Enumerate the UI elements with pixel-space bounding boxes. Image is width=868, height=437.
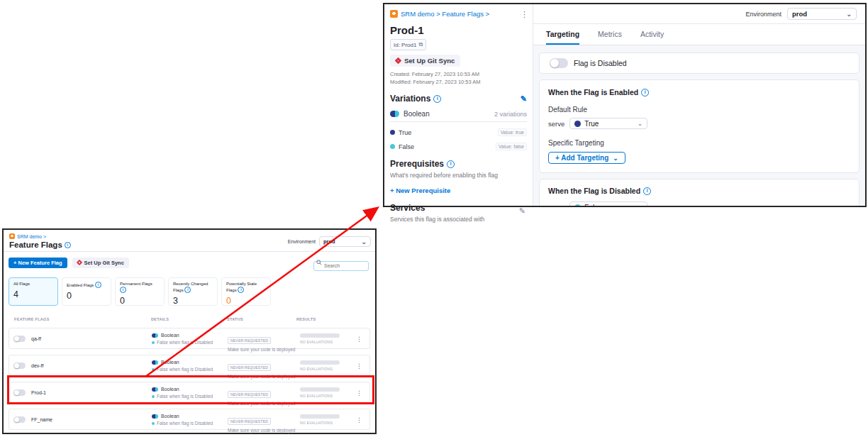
serve-label: serve [548, 120, 564, 128]
flag-detail-text: False when flag is Disabled [157, 394, 213, 399]
info-icon[interactable]: i [184, 287, 191, 293]
results-cell: NO EVALUATIONS [300, 387, 340, 398]
flag-toggle[interactable] [13, 363, 26, 369]
column-header-status: STATUS [227, 317, 243, 321]
breadcrumb[interactable]: SRM demo > Feature Flags > [401, 10, 489, 18]
boolean-type-icon [390, 111, 399, 117]
modified-timestamp: Modified: February 27, 2023 10:53 AM [390, 79, 527, 85]
variation-name: False [399, 143, 414, 150]
boolean-type-icon [152, 360, 158, 365]
info-icon[interactable]: i [641, 89, 649, 96]
variation-value: Value: true [498, 128, 527, 136]
results-cell: NO EVALUATIONS [300, 414, 340, 425]
flag-type: Boolean [161, 387, 179, 392]
table-row-ff-name[interactable]: FF_name Boolean False when flag is Disab… [9, 409, 370, 430]
chevron-down-icon: ⌄ [613, 155, 618, 161]
kebab-menu-icon[interactable]: ⋮ [356, 416, 362, 424]
flag-detail-text: False when flag is Disabled [157, 340, 213, 345]
info-icon[interactable]: i [643, 187, 651, 195]
info-icon[interactable]: i [120, 287, 126, 293]
status-cell: NEVER-REQUESTED Make sure your code is d… [228, 332, 295, 352]
status-text: Make sure your code is deployed [228, 428, 295, 433]
status-cell: NEVER-REQUESTED Make sure your code is d… [228, 413, 295, 433]
details-cell: Boolean False when flag is Disabled [152, 360, 213, 372]
false-variation-dot [152, 341, 155, 344]
evaluations-bar [300, 360, 340, 365]
stat-card-permanent-flags[interactable]: Permanent Flags i 0 [115, 277, 165, 306]
flag-enabled-rules-card: When the Flag is Enabled i Default Rule … [539, 79, 859, 173]
stat-cards: All Flags 4 Enabled Flags i 0 Permanent … [4, 277, 375, 306]
created-timestamp: Created: February 27, 2023 10:53 AM [390, 71, 527, 77]
detail-tabs: Targeting Metrics Activity [533, 24, 865, 45]
tab-activity[interactable]: Activity [640, 30, 664, 45]
status-text: Make sure your code is deployed [228, 374, 295, 379]
stat-value: 4 [13, 289, 53, 299]
environment-select[interactable]: prod ⌄ [787, 8, 857, 20]
disabled-serve-select[interactable]: False ⌄ [569, 201, 647, 206]
flag-toggle[interactable] [13, 336, 26, 342]
default-rule-label: Default Rule [548, 106, 850, 114]
stat-value: 3 [173, 296, 213, 306]
table-row-qa-ff[interactable]: qa-ff Boolean False when flag is Disable… [9, 328, 370, 349]
status-text: Make sure your code is deployed [228, 401, 295, 406]
setup-git-sync-button[interactable]: Set Up Git Sync [390, 55, 460, 67]
info-icon[interactable]: i [238, 287, 244, 293]
specific-targeting-label: Specific Targeting [548, 139, 850, 147]
flag-enabled-toggle[interactable] [550, 58, 568, 68]
kebab-menu-icon[interactable]: ⋮ [356, 389, 362, 397]
chevron-down-icon: ⌄ [638, 204, 643, 206]
table-row-prod-1[interactable]: Prod-1 Boolean False when flag is Disabl… [9, 382, 370, 403]
kebab-menu-icon[interactable]: ⋮ [356, 336, 362, 343]
info-icon[interactable]: i [65, 242, 71, 248]
flag-type: Boolean [161, 360, 179, 365]
setup-git-sync-button[interactable]: Set Up Git Sync [72, 258, 129, 268]
tab-metrics[interactable]: Metrics [598, 30, 622, 45]
kebab-menu-icon[interactable]: ⋮ [356, 363, 362, 370]
environment-select[interactable]: prod ⌄ [319, 236, 371, 247]
flag-toggle[interactable] [13, 416, 26, 423]
chevron-down-icon: ⌄ [361, 239, 367, 245]
column-header-details: DETAILS [151, 317, 169, 321]
tab-targeting[interactable]: Targeting [546, 30, 579, 45]
new-prerequisite-button[interactable]: + New Prerequisite [390, 187, 527, 194]
evaluations-bar [300, 414, 340, 419]
variation-name: True [399, 129, 411, 136]
new-feature-flag-button[interactable]: + New Feature Flag [9, 258, 67, 268]
boolean-type-icon [152, 333, 158, 338]
serve-value: True [584, 120, 599, 128]
edit-variations-icon[interactable]: ✎ [521, 95, 527, 102]
false-variation-dot [152, 395, 155, 398]
status-cell: NEVER-REQUESTED Make sure your code is d… [228, 359, 295, 379]
true-variation-dot [390, 130, 395, 135]
breadcrumb[interactable]: SRM demo > [17, 234, 46, 239]
table-row-dev-ff[interactable]: dev-ff Boolean False when flag is Disabl… [9, 355, 370, 376]
flag-toggle[interactable] [13, 389, 26, 396]
evaluations-bar [300, 333, 340, 338]
stat-card-enabled-flags[interactable]: Enabled Flags i 0 [62, 277, 111, 306]
stat-card-potentially-stale-flags[interactable]: Potentially Stale Flags i 0 [221, 277, 271, 306]
info-icon[interactable]: i [95, 282, 101, 288]
default-rule-serve-select[interactable]: True ⌄ [569, 118, 647, 129]
results-cell: NO EVALUATIONS [300, 333, 340, 344]
kebab-menu-icon[interactable]: ⋮ [521, 11, 528, 18]
git-sync-icon [76, 260, 82, 265]
setup-git-sync-label: Set Up Git Sync [84, 260, 124, 266]
details-cell: Boolean False when flag is Disabled [152, 414, 213, 426]
copy-icon[interactable]: ⧉ [418, 41, 423, 48]
info-icon[interactable]: i [433, 95, 441, 103]
flag-detail-main: Environment prod ⌄ Targeting Metrics Act… [533, 4, 865, 206]
flag-id-text: Id: Prod1 [394, 42, 416, 48]
stat-card-recently-changed-flags[interactable]: Recently Changed Flags i 3 [168, 277, 218, 306]
add-targeting-button[interactable]: + Add Targeting ⌄ [548, 152, 625, 164]
status-cell: NEVER-REQUESTED Make sure your code is d… [228, 386, 295, 406]
stat-value: 0 [67, 291, 106, 301]
stat-label: Enabled Flags [67, 283, 94, 287]
stat-card-all-flags[interactable]: All Flags 4 [9, 277, 58, 306]
add-targeting-label: + Add Targeting [555, 154, 608, 162]
info-icon[interactable]: i [447, 160, 455, 168]
false-variation-dot [574, 204, 581, 206]
environment-label: Environment [288, 239, 316, 244]
git-sync-icon [395, 57, 402, 65]
services-heading: Services [390, 203, 425, 213]
edit-services-icon[interactable]: ✎ [519, 207, 525, 214]
